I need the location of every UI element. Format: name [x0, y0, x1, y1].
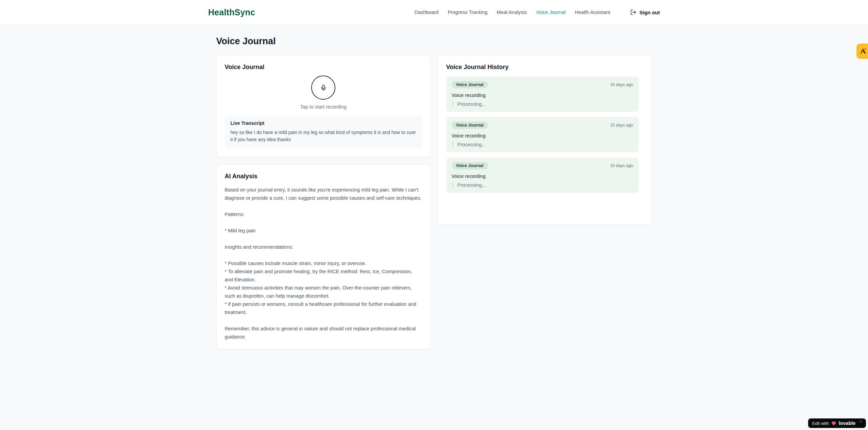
history-entry[interactable]: Voice Journal 15 days ago Voice recordin… [446, 117, 639, 152]
nav-item-health-assistant[interactable]: Health Assistant [575, 10, 610, 15]
entry-status: Processing... [452, 182, 633, 188]
live-transcript-text: hey so like I do have a mild pain in my … [231, 129, 416, 144]
live-transcript-title: Live Transcript [231, 120, 416, 126]
entry-status: Processing... [452, 101, 633, 107]
microphone-icon [320, 84, 327, 91]
record-button[interactable] [311, 76, 335, 100]
history-entry[interactable]: Voice Journal 15 days ago Voice recordin… [446, 77, 639, 112]
ai-analysis-card: AI Analysis Based on your journal entry,… [216, 164, 431, 349]
live-transcript-box: Live Transcript hey so like I do have a … [225, 115, 422, 149]
ai-analysis-title: AI Analysis [225, 173, 422, 180]
history-entry[interactable]: Voice Journal 15 days ago Voice recordin… [446, 158, 639, 193]
main-nav: Dashboard Progress Tracking Meal Analysi… [415, 9, 660, 15]
voice-journal-history-card: Voice Journal History Voice Journal 15 d… [438, 55, 652, 225]
entry-status: Processing... [452, 142, 633, 147]
ai-analysis-body: Based on your journal entry, it sounds l… [225, 186, 422, 341]
lovable-label: lovable [839, 420, 856, 426]
edit-with-lovable-badge[interactable]: Edit with lovable × [808, 418, 866, 428]
recorder-card-title: Voice Journal [225, 64, 422, 71]
voice-recorder-card: Voice Journal [216, 55, 431, 157]
entry-title: Voice recording [452, 133, 633, 138]
close-icon[interactable]: × [860, 419, 862, 424]
lovable-badge-icon [859, 48, 867, 55]
nav-item-voice-journal[interactable]: Voice Journal [536, 10, 566, 15]
entry-type-badge: Voice Journal [452, 162, 488, 169]
history-card-title: Voice Journal History [446, 64, 644, 71]
tap-to-record-hint: Tap to start recording [300, 104, 346, 110]
page-content: Voice Journal Voice Journal [216, 25, 652, 349]
edit-with-label: Edit with [812, 421, 829, 426]
gradient-heart-icon [831, 421, 836, 426]
entry-timestamp: 15 days ago [610, 123, 633, 128]
history-list: Voice Journal 15 days ago Voice recordin… [446, 77, 644, 193]
lovable-side-badge[interactable] [856, 44, 868, 59]
top-navbar: HealthSync Dashboard Progress Tracking M… [0, 0, 868, 25]
entry-title: Voice recording [452, 173, 633, 179]
log-out-icon [630, 9, 636, 15]
nav-item-meal-analysis[interactable]: Meal Analysis [497, 10, 527, 15]
sign-out-label: Sign out [639, 10, 660, 15]
sign-out-button[interactable]: Sign out [630, 9, 660, 15]
nav-item-dashboard[interactable]: Dashboard [415, 10, 439, 15]
page-title: Voice Journal [216, 36, 652, 47]
app-logo[interactable]: HealthSync [208, 7, 255, 17]
entry-type-badge: Voice Journal [452, 121, 488, 129]
entry-timestamp: 15 days ago [610, 163, 633, 168]
entry-timestamp: 15 days ago [610, 82, 633, 87]
entry-type-badge: Voice Journal [452, 81, 488, 88]
entry-title: Voice recording [452, 93, 633, 98]
nav-item-progress-tracking[interactable]: Progress Tracking [448, 10, 487, 15]
